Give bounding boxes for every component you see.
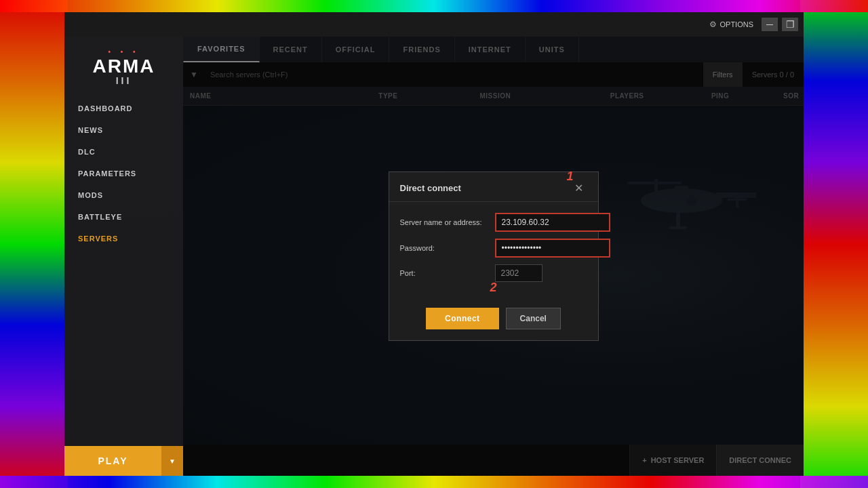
play-button[interactable]: PLAY xyxy=(64,446,161,476)
cancel-button[interactable]: Cancel xyxy=(506,308,561,329)
password-label: Password: xyxy=(400,244,495,252)
modal-footer: 2 Connect Cancel xyxy=(389,300,598,340)
sidebar-item-mods[interactable]: MODS xyxy=(64,184,183,206)
sidebar-item-servers[interactable]: SERVERS xyxy=(64,228,183,249)
options-button[interactable]: ⚙ OPTIONS xyxy=(705,18,757,30)
arma-logo: • • • ARMA III xyxy=(93,49,155,85)
sidebar: • • • ARMA III DASHBOARD NEWS DLC PARAME… xyxy=(64,37,183,476)
sidebar-item-dashboard[interactable]: DASHBOARD xyxy=(64,98,183,119)
server-address-input[interactable] xyxy=(495,213,610,232)
options-label: OPTIONS xyxy=(719,20,753,28)
play-dropdown-button[interactable]: ▼ xyxy=(161,446,183,476)
logo-subtitle: III xyxy=(93,76,155,85)
rainbow-right-border xyxy=(800,0,868,488)
direct-connect-modal: 1 Direct connect ✕ Server name or addres… xyxy=(389,171,599,341)
modal-title: Direct connect xyxy=(400,183,461,193)
title-bar: ⚙ OPTIONS ─ ❐ xyxy=(64,12,804,37)
play-area: PLAY ▼ xyxy=(64,446,183,476)
password-input[interactable] xyxy=(495,239,610,258)
rainbow-top-border xyxy=(0,0,868,12)
modal-overlay: 1 Direct connect ✕ Server name or addres… xyxy=(183,37,804,476)
logo-dots: • • • xyxy=(93,49,155,56)
port-label: Port: xyxy=(400,269,495,277)
rainbow-bottom-border xyxy=(0,476,868,488)
logo-area: • • • ARMA III xyxy=(64,37,183,98)
minimize-button[interactable]: ─ xyxy=(762,18,778,31)
server-label: Server name or address: xyxy=(400,218,495,226)
connect-button[interactable]: Connect xyxy=(426,308,499,329)
logo-title: ARMA xyxy=(93,56,155,77)
port-input[interactable] xyxy=(495,264,542,282)
gear-icon: ⚙ xyxy=(709,20,717,29)
maximize-button[interactable]: ❐ xyxy=(782,18,798,31)
title-bar-controls: ⚙ OPTIONS ─ ❐ xyxy=(705,18,798,31)
step-2-annotation: 2 xyxy=(490,281,496,295)
server-field-row: Server name or address: xyxy=(400,213,587,232)
port-field-row: Port: xyxy=(400,264,587,282)
content-area: • • • ARMA III DASHBOARD NEWS DLC PARAME… xyxy=(64,37,804,476)
sidebar-item-parameters[interactable]: PARAMETERS xyxy=(64,163,183,184)
main-content: FAVORITES RECENT OFFICIAL FRIENDS INTERN… xyxy=(183,37,804,476)
sidebar-item-battleye[interactable]: BATTLEYE xyxy=(64,206,183,228)
rainbow-left-border xyxy=(0,0,68,488)
app-window: ⚙ OPTIONS ─ ❐ • • • ARMA III DASHBOARD N… xyxy=(64,12,804,476)
sidebar-item-dlc[interactable]: DLC xyxy=(64,141,183,163)
sidebar-item-news[interactable]: NEWS xyxy=(64,119,183,141)
password-field-row: Password: xyxy=(400,239,587,258)
step-1-annotation: 1 xyxy=(566,169,573,184)
